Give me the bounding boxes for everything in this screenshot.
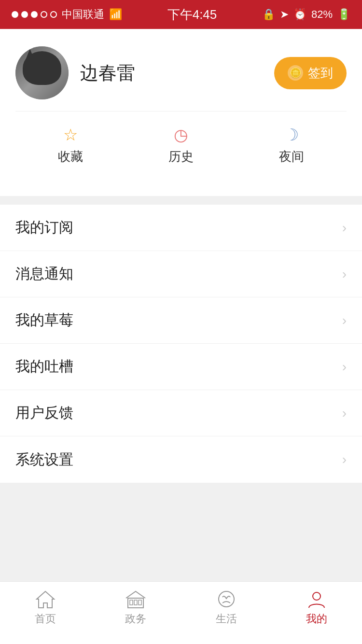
history-action[interactable]: ◷ 历史 [168,125,194,165]
chevron-icon: › [342,266,347,282]
avatar-image [15,46,69,99]
menu-item-settings[interactable]: 系统设置 › [0,436,362,483]
username: 边春雷 [80,61,135,85]
chevron-icon: › [342,313,347,328]
svg-point-5 [313,592,320,600]
tab-life[interactable]: 生活 [197,589,255,626]
battery-icon: 🔋 [337,8,350,21]
checkin-coin-icon: 🪙 [288,65,303,81]
menu-label-feedback: 用户反馈 [15,403,73,423]
status-bar: 中国联通 📶 下午4:45 🔒 ➤ ⏰ 82% 🔋 [0,0,362,29]
chevron-icon: › [342,220,347,236]
tab-home[interactable]: 首页 [16,589,74,626]
tab-bar: 首页 政务 生活 我的 [0,581,362,644]
night-label: 夜间 [279,148,304,165]
dot-2 [21,11,28,18]
lock-icon: 🔒 [262,8,275,21]
menu-list: 我的订阅 › 消息通知 › 我的草莓 › 我的吐槽 › 用户反馈 › 系统设置 … [0,205,362,483]
avatar[interactable] [15,46,69,99]
mine-icon [306,589,327,609]
wifi-icon: 📶 [109,8,122,21]
menu-item-notification[interactable]: 消息通知 › [0,251,362,297]
home-icon [35,589,56,609]
chevron-icon: › [342,359,347,375]
menu-label-settings: 系统设置 [15,450,73,470]
battery-percent: 82% [311,8,333,21]
tab-gov-label: 政务 [125,612,146,626]
checkin-button[interactable]: 🪙 签到 [274,57,347,89]
tab-gov[interactable]: 政务 [107,589,165,626]
alarm-icon: ⏰ [293,8,306,21]
profile-card: 边春雷 🪙 签到 ☆ 收藏 ◷ 历史 ☽ 夜间 [0,29,362,196]
card-gap [0,196,362,205]
tab-home-label: 首页 [35,612,56,626]
quick-actions: ☆ 收藏 ◷ 历史 ☽ 夜间 [15,111,347,181]
chevron-icon: › [342,452,347,467]
svg-rect-2 [134,600,137,605]
svg-rect-1 [130,600,133,605]
menu-item-strawberry[interactable]: 我的草莓 › [0,297,362,344]
menu-item-feedback[interactable]: 用户反馈 › [0,390,362,436]
svg-rect-0 [128,598,143,608]
location-icon: ➤ [280,8,289,21]
chevron-icon: › [342,406,347,421]
status-left: 中国联通 📶 [12,7,122,22]
history-icon: ◷ [174,125,188,144]
status-right: 🔒 ➤ ⏰ 82% 🔋 [262,8,350,21]
profile-left: 边春雷 [15,46,135,99]
menu-label-trough: 我的吐槽 [15,357,73,377]
status-time: 下午4:45 [167,6,217,23]
tab-mine[interactable]: 我的 [288,589,346,626]
dot-3 [31,11,38,18]
night-icon: ☽ [284,125,299,144]
menu-label-strawberry: 我的草莓 [15,310,73,330]
menu-item-subscription[interactable]: 我的订阅 › [0,205,362,251]
dot-5 [50,11,57,18]
dot-1 [12,11,18,18]
star-icon: ☆ [63,125,78,144]
profile-top: 边春雷 🪙 签到 [15,46,347,99]
tab-life-label: 生活 [216,612,237,626]
carrier-name: 中国联通 [62,7,104,22]
menu-label-notification: 消息通知 [15,264,73,284]
menu-label-subscription: 我的订阅 [15,218,73,238]
favorites-label: 收藏 [58,148,83,165]
night-action[interactable]: ☽ 夜间 [279,125,304,165]
favorites-action[interactable]: ☆ 收藏 [58,125,83,165]
tab-mine-label: 我的 [306,612,327,626]
history-label: 历史 [168,148,194,165]
menu-item-trough[interactable]: 我的吐槽 › [0,344,362,390]
signal-dots [12,11,57,18]
svg-rect-3 [139,600,141,605]
life-icon [216,589,237,609]
gov-icon [125,589,146,609]
dot-4 [41,11,47,18]
checkin-label: 签到 [308,65,333,82]
